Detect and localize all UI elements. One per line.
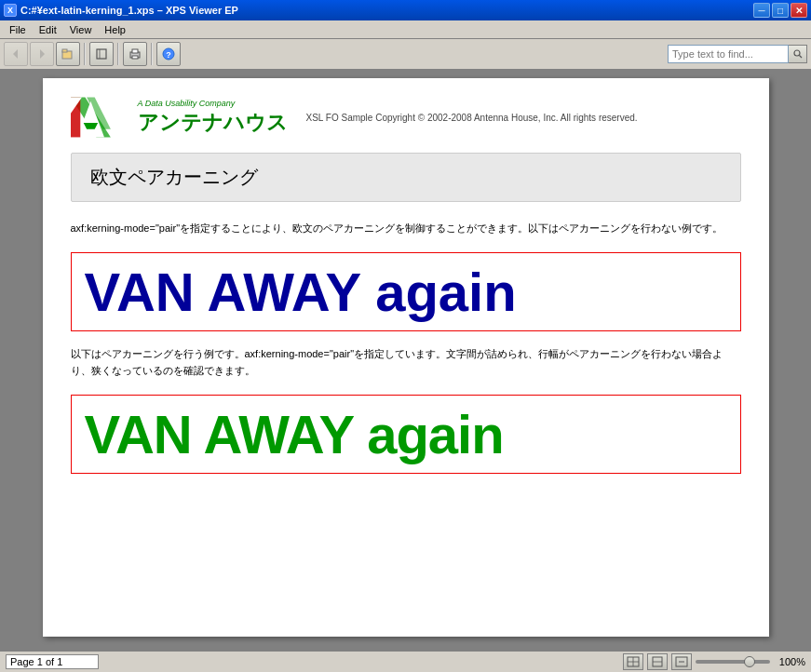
logo-area: A Data Usability Company アンテナハウス XSL FO …: [71, 97, 741, 138]
help-button[interactable]: ?: [156, 42, 181, 66]
logo-copyright: XSL FO Sample Copyright © 2002-2008 Ante…: [306, 113, 638, 123]
forward-button[interactable]: [30, 42, 54, 66]
demo-text-green: VAN AWAY again: [85, 405, 727, 464]
back-button[interactable]: [4, 42, 28, 66]
open-button[interactable]: [56, 42, 80, 66]
svg-marker-0: [13, 49, 18, 59]
search-button[interactable]: [789, 45, 807, 63]
statusbar: Page 1 of 1 100%: [0, 650, 811, 672]
menu-help[interactable]: Help: [99, 23, 131, 36]
svg-rect-7: [132, 49, 138, 53]
svg-marker-1: [40, 49, 45, 59]
svg-point-11: [794, 50, 800, 56]
separator-3: [151, 43, 153, 65]
zoom-track[interactable]: [696, 660, 770, 664]
separator-1: [84, 43, 86, 65]
toolbar: ?: [0, 39, 811, 71]
fit-width-button[interactable]: [623, 653, 643, 670]
svg-rect-4: [97, 49, 106, 59]
demo-box-1: VAN AWAY again: [71, 252, 741, 332]
document-scroll[interactable]: A Data Usability Company アンテナハウス XSL FO …: [0, 71, 811, 650]
svg-rect-8: [132, 56, 138, 59]
main-area: A Data Usability Company アンテナハウス XSL FO …: [0, 71, 811, 650]
logo-slogan: A Data Usability Company: [138, 99, 288, 108]
fit-height-button[interactable]: [647, 653, 668, 670]
menu-edit[interactable]: Edit: [34, 23, 62, 36]
company-logo: [71, 97, 127, 138]
titlebar-left: X C:#¥ext-latin-kerning_1.xps – XPS View…: [4, 4, 238, 17]
svg-line-12: [799, 56, 802, 59]
maximize-button[interactable]: □: [772, 3, 789, 18]
svg-rect-3: [62, 49, 67, 52]
zoom-percent: 100%: [779, 656, 805, 667]
logo-text: A Data Usability Company アンテナハウス: [138, 99, 288, 137]
document-title: 欧文ペアカーニング: [90, 165, 722, 190]
menubar: File Edit View Help: [0, 20, 811, 39]
titlebar: X C:#¥ext-latin-kerning_1.xps – XPS View…: [0, 0, 811, 20]
menu-file[interactable]: File: [4, 23, 32, 36]
document-page: A Data Usability Company アンテナハウス XSL FO …: [43, 78, 769, 637]
print-button[interactable]: [123, 42, 147, 66]
logo-company-name: アンテナハウス: [138, 109, 288, 137]
svg-text:?: ?: [166, 50, 171, 60]
separator-2: [117, 43, 119, 65]
zoom-slider-container: [696, 660, 770, 664]
page-status-text: Page 1 of 1: [10, 656, 62, 667]
page-info: Page 1 of 1: [6, 654, 99, 669]
titlebar-title: C:#¥ext-latin-kerning_1.xps – XPS Viewer…: [20, 5, 238, 16]
app-icon: X: [4, 4, 17, 17]
demo-box-2: VAN AWAY again: [71, 395, 741, 475]
minimize-button[interactable]: ─: [753, 3, 770, 18]
zoom-thumb[interactable]: [744, 656, 755, 667]
zoom-out-button[interactable]: [671, 653, 692, 670]
search-input[interactable]: [668, 45, 789, 63]
titlebar-buttons: ─ □ ✕: [753, 3, 807, 18]
paragraph-2: 以下はペアカーニングを行う例です。axf:kerning-mode="pair"…: [71, 346, 741, 379]
search-container: [668, 45, 807, 63]
paragraph-1: axf:kerning-mode="pair"を指定することにより、欧文のペアカ…: [71, 221, 741, 237]
header-box: 欧文ペアカーニング: [71, 153, 741, 202]
status-right: 100%: [623, 653, 805, 670]
close-button[interactable]: ✕: [791, 3, 807, 18]
demo-text-blue: VAN AWAY again: [85, 262, 727, 322]
fit-page-button[interactable]: [89, 42, 114, 66]
menu-view[interactable]: View: [64, 23, 98, 36]
